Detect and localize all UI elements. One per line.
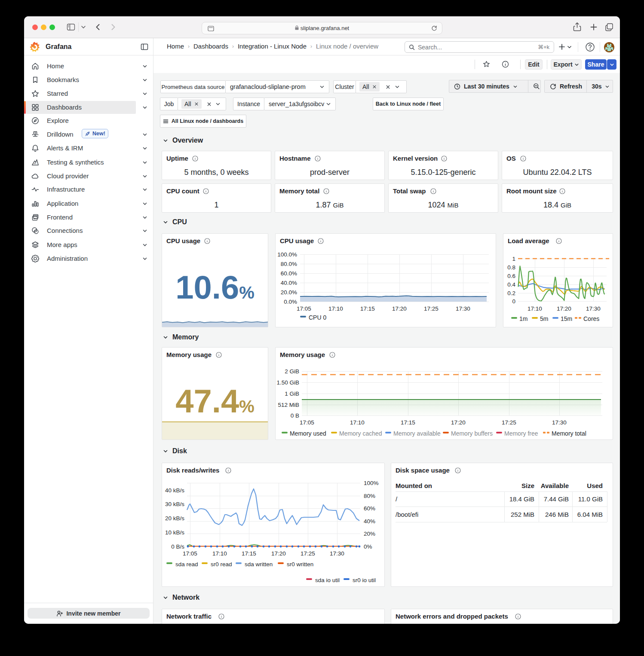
svg-text:5m: 5m bbox=[540, 315, 548, 322]
svg-text:0.8: 0.8 bbox=[507, 264, 515, 271]
svg-text:sda written: sda written bbox=[245, 561, 273, 568]
svg-text:Cores: Cores bbox=[583, 315, 599, 322]
svg-text:17:20: 17:20 bbox=[451, 419, 466, 426]
svg-text:60.0%: 60.0% bbox=[281, 270, 297, 277]
svg-text:17:25: 17:25 bbox=[424, 305, 439, 312]
svg-text:0.0%: 0.0% bbox=[284, 299, 297, 305]
svg-text:1: 1 bbox=[512, 256, 515, 262]
svg-text:0%: 0% bbox=[364, 543, 372, 550]
svg-text:80.0%: 80.0% bbox=[281, 261, 297, 267]
svg-text:20 kB/s: 20 kB/s bbox=[165, 515, 184, 522]
svg-text:sr0 read: sr0 read bbox=[211, 561, 232, 568]
svg-text:17:30: 17:30 bbox=[456, 305, 470, 312]
svg-text:80%: 80% bbox=[364, 493, 375, 499]
svg-text:17:05: 17:05 bbox=[297, 305, 311, 312]
svg-text:0 B: 0 B bbox=[291, 412, 299, 419]
svg-text:0.4: 0.4 bbox=[507, 281, 515, 288]
svg-text:100%: 100% bbox=[364, 480, 379, 486]
svg-text:17:30: 17:30 bbox=[586, 305, 601, 312]
svg-text:15m: 15m bbox=[561, 315, 572, 322]
svg-text:100.0%: 100.0% bbox=[277, 251, 297, 258]
svg-text:17:20: 17:20 bbox=[557, 305, 571, 312]
svg-text:17:15: 17:15 bbox=[401, 419, 415, 426]
svg-text:sr0 written: sr0 written bbox=[287, 561, 313, 568]
svg-text:1 GiB: 1 GiB bbox=[285, 391, 299, 397]
svg-text:Memory total: Memory total bbox=[552, 430, 586, 437]
svg-text:17:10: 17:10 bbox=[527, 305, 542, 312]
svg-text:0: 0 bbox=[512, 298, 515, 305]
svg-text:sda io util: sda io util bbox=[315, 577, 340, 583]
svg-text:17:20: 17:20 bbox=[392, 305, 407, 312]
svg-text:0 B/s: 0 B/s bbox=[171, 543, 184, 550]
svg-text:sr0 io util: sr0 io util bbox=[353, 577, 376, 583]
svg-text:17:10: 17:10 bbox=[212, 550, 227, 557]
svg-text:Memory used: Memory used bbox=[290, 430, 326, 437]
svg-text:Memory available: Memory available bbox=[393, 430, 441, 437]
svg-text:17:05: 17:05 bbox=[300, 419, 314, 426]
svg-text:1.50 GiB: 1.50 GiB bbox=[276, 379, 299, 386]
svg-text:512 MiB: 512 MiB bbox=[278, 402, 299, 408]
svg-text:20.0%: 20.0% bbox=[281, 289, 297, 296]
svg-text:30 kB/s: 30 kB/s bbox=[165, 501, 184, 507]
svg-text:CPU 0: CPU 0 bbox=[309, 314, 326, 321]
svg-text:40 kB/s: 40 kB/s bbox=[165, 487, 184, 494]
svg-text:17:30: 17:30 bbox=[552, 419, 567, 426]
svg-text:17:05: 17:05 bbox=[183, 550, 197, 557]
svg-text:1m: 1m bbox=[519, 315, 527, 322]
svg-text:40%: 40% bbox=[364, 518, 375, 525]
svg-text:k6: k6 bbox=[34, 162, 37, 165]
svg-text:20%: 20% bbox=[364, 531, 375, 537]
svg-text:2 GiB: 2 GiB bbox=[285, 368, 299, 375]
svg-text:17:10: 17:10 bbox=[350, 419, 365, 426]
svg-text:17:30: 17:30 bbox=[330, 550, 344, 557]
svg-text:Memory buffers: Memory buffers bbox=[451, 430, 493, 437]
svg-text:40.0%: 40.0% bbox=[281, 280, 297, 286]
svg-text:Memory free: Memory free bbox=[504, 430, 538, 437]
svg-text:60%: 60% bbox=[364, 505, 375, 512]
svg-text:17:20: 17:20 bbox=[271, 550, 286, 557]
svg-text:sda read: sda read bbox=[175, 561, 198, 568]
svg-text:17:15: 17:15 bbox=[242, 550, 256, 557]
svg-text:17:10: 17:10 bbox=[328, 305, 343, 312]
svg-text:10 kB/s: 10 kB/s bbox=[165, 529, 184, 536]
svg-text:17:25: 17:25 bbox=[502, 419, 516, 426]
svg-text:17:25: 17:25 bbox=[301, 550, 315, 557]
svg-text:0.2: 0.2 bbox=[507, 290, 515, 296]
svg-text:17:15: 17:15 bbox=[360, 305, 375, 312]
svg-text:0.6: 0.6 bbox=[507, 273, 515, 279]
svg-text:Memory cached: Memory cached bbox=[339, 430, 382, 437]
